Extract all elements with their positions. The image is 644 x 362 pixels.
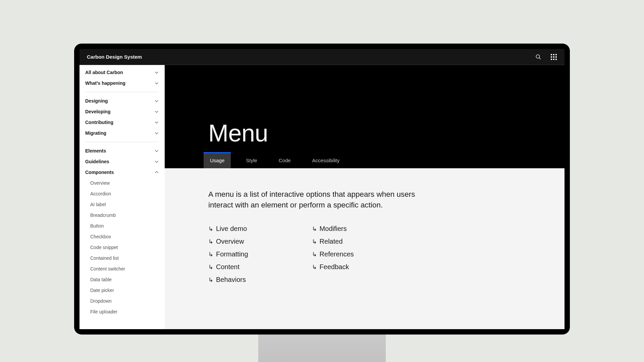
monitor-frame: Carbon Design System All about Carbon xyxy=(74,44,570,335)
sidebar-item-contributing[interactable]: Contributing xyxy=(85,117,159,128)
content-tabs: UsageStyleCodeAccessibility xyxy=(165,152,565,168)
sidebar-subitem[interactable]: Contained list xyxy=(85,253,159,263)
toc-column-2: ↳Modifiers↳Related↳References↳Feedback xyxy=(312,222,354,286)
sidebar-item-guidelines[interactable]: Guidelines xyxy=(85,156,159,167)
sidebar-subitem[interactable]: Content switcher xyxy=(85,263,159,274)
subdirectory-arrow-icon: ↳ xyxy=(208,274,213,286)
tab-usage[interactable]: Usage xyxy=(204,152,231,168)
divider xyxy=(85,142,159,142)
components-sublist: OverviewAccordionAI labelBreadcrumbButto… xyxy=(85,178,159,317)
sidebar-subitem[interactable]: Code snippet xyxy=(85,242,159,253)
toc-link[interactable]: ↳Formatting xyxy=(208,248,248,260)
nav-group-1: All about Carbon What's happening xyxy=(79,67,165,88)
sidebar-item-designing[interactable]: Designing xyxy=(85,96,159,106)
app-header: Carbon Design System xyxy=(79,49,565,65)
sidebar-item-label: What's happening xyxy=(85,80,125,86)
sidebar-item-label: Contributing xyxy=(85,120,113,125)
nav-group-3: Elements Guidelines Components OverviewA… xyxy=(79,145,165,317)
content-area: A menu is a list of interactive options … xyxy=(165,168,565,329)
sidebar-subitem[interactable]: Date picker xyxy=(85,285,159,296)
toc-link[interactable]: ↳Live demo xyxy=(208,222,248,235)
page-title: Menu xyxy=(208,119,268,147)
sidebar-subitem[interactable]: File uploader xyxy=(85,306,159,317)
sidebar-subitem[interactable]: AI label xyxy=(85,199,159,210)
sidebar-subitem[interactable]: Button xyxy=(85,221,159,231)
toc-link[interactable]: ↳References xyxy=(312,248,354,260)
sidebar-item-label: Migrating xyxy=(85,130,106,136)
sidebar-subitem[interactable]: Breadcrumb xyxy=(85,210,159,221)
hero: Menu xyxy=(165,65,565,152)
tab-code[interactable]: Code xyxy=(272,152,297,168)
subdirectory-arrow-icon: ↳ xyxy=(208,261,213,273)
sidebar-subitem[interactable]: Data table xyxy=(85,274,159,285)
app-switcher-icon[interactable] xyxy=(550,54,557,60)
svg-point-0 xyxy=(536,55,540,58)
subdirectory-arrow-icon: ↳ xyxy=(312,261,317,273)
chevron-down-icon xyxy=(154,70,159,75)
nav-group-2: Designing Developing Contributing Migrat… xyxy=(79,96,165,138)
subdirectory-arrow-icon: ↳ xyxy=(312,236,317,247)
chevron-down-icon xyxy=(154,159,159,164)
tab-accessibility[interactable]: Accessibility xyxy=(306,152,346,168)
sidebar-item-label: Guidelines xyxy=(85,159,109,164)
chevron-down-icon xyxy=(154,81,159,85)
toc-link[interactable]: ↳Behaviors xyxy=(208,273,248,286)
sidebar: All about Carbon What's happening Design… xyxy=(79,65,165,329)
table-of-contents: ↳Live demo↳Overview↳Formatting↳Content↳B… xyxy=(208,222,565,286)
sidebar-subitem[interactable]: Dropdown xyxy=(85,296,159,306)
toc-link[interactable]: ↳Modifiers xyxy=(312,222,354,235)
sidebar-item-label: Designing xyxy=(85,98,108,104)
sidebar-item-whats-happening[interactable]: What's happening xyxy=(85,78,159,88)
chevron-down-icon xyxy=(154,109,159,114)
subdirectory-arrow-icon: ↳ xyxy=(208,249,213,260)
app-title[interactable]: Carbon Design System xyxy=(87,54,142,60)
subdirectory-arrow-icon: ↳ xyxy=(312,249,317,260)
svg-line-1 xyxy=(539,58,541,59)
sidebar-item-all-about-carbon[interactable]: All about Carbon xyxy=(85,67,159,78)
toc-link[interactable]: ↳Content xyxy=(208,260,248,273)
sidebar-item-migrating[interactable]: Migrating xyxy=(85,128,159,138)
header-actions xyxy=(535,54,557,60)
sidebar-item-developing[interactable]: Developing xyxy=(85,106,159,117)
sidebar-subitem[interactable]: Overview xyxy=(85,178,159,188)
intro-text: A menu is a list of interactive options … xyxy=(208,189,423,210)
sidebar-item-label: Components xyxy=(85,170,114,175)
chevron-up-icon xyxy=(154,170,159,175)
chevron-down-icon xyxy=(154,120,159,125)
screen: Carbon Design System All about Carbon xyxy=(79,49,565,329)
chevron-down-icon xyxy=(154,131,159,135)
toc-column-1: ↳Live demo↳Overview↳Formatting↳Content↳B… xyxy=(208,222,248,286)
chevron-down-icon xyxy=(154,148,159,153)
sidebar-item-components[interactable]: Components xyxy=(85,167,159,178)
toc-link[interactable]: ↳Overview xyxy=(208,235,248,248)
toc-link[interactable]: ↳Related xyxy=(312,235,354,248)
sidebar-item-label: All about Carbon xyxy=(85,70,123,75)
sidebar-subitem[interactable]: Checkbox xyxy=(85,231,159,242)
sidebar-subitem[interactable]: Accordion xyxy=(85,188,159,199)
chevron-down-icon xyxy=(154,99,159,103)
toc-link[interactable]: ↳Feedback xyxy=(312,260,354,273)
subdirectory-arrow-icon: ↳ xyxy=(312,223,317,235)
main: Menu UsageStyleCodeAccessibility A menu … xyxy=(165,65,565,329)
subdirectory-arrow-icon: ↳ xyxy=(208,236,213,247)
divider xyxy=(85,92,159,92)
sidebar-item-label: Developing xyxy=(85,109,110,114)
subdirectory-arrow-icon: ↳ xyxy=(208,223,213,235)
sidebar-item-elements[interactable]: Elements xyxy=(85,145,159,156)
monitor-stand xyxy=(258,335,386,362)
search-icon[interactable] xyxy=(535,54,542,60)
tab-style[interactable]: Style xyxy=(239,152,263,168)
sidebar-item-label: Elements xyxy=(85,148,106,154)
body: All about Carbon What's happening Design… xyxy=(79,65,565,329)
